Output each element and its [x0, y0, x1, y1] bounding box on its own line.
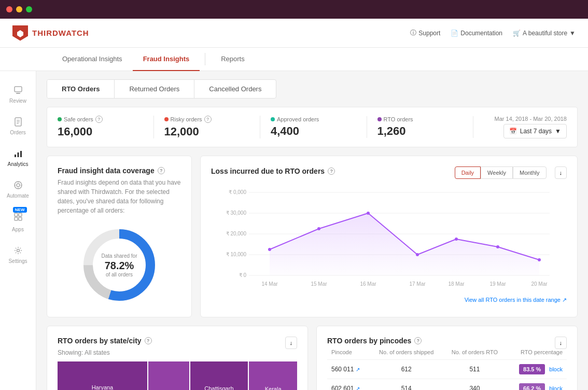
bar-kerala: Kerala 54	[249, 361, 297, 390]
chart-btn-weekly[interactable]: Weekly	[481, 166, 513, 179]
svg-text:15 Mar: 15 Mar	[311, 281, 327, 287]
sidebar-label-analytics: Analytics	[7, 161, 28, 167]
svg-rect-7	[15, 155, 16, 157]
col-rto: No. of orders RTO	[443, 349, 507, 360]
maximize-dot[interactable]	[26, 6, 32, 12]
rto-orders-dot	[377, 117, 382, 121]
subtab-rto-orders[interactable]: RTO Orders	[47, 80, 115, 98]
chart-footer: View all RTO orders in this date range ↗	[211, 297, 567, 303]
sidebar-label-orders: Orders	[10, 130, 26, 135]
minimize-dot[interactable]	[16, 6, 22, 12]
subtab-cancelled-orders[interactable]: Cancelled Orders	[194, 80, 276, 98]
block-link-2[interactable]: block	[549, 385, 563, 390]
nav-reports[interactable]: Reports	[211, 48, 255, 71]
risky-orders-label: Risky orders	[171, 116, 202, 122]
chart-btn-daily[interactable]: Daily	[455, 166, 481, 179]
shipped-cell-2: 514	[370, 379, 443, 391]
fraud-coverage-info-icon[interactable]: ?	[158, 167, 165, 174]
svg-rect-1	[15, 87, 22, 92]
subtab-returned-orders[interactable]: Returned Orders	[115, 80, 194, 98]
sidebar-item-review[interactable]: Review	[0, 79, 36, 109]
fraud-coverage-card: Fraud insight data coverage ? Fraud insi…	[47, 156, 192, 317]
pincode-download-btn[interactable]: ↓	[555, 337, 567, 349]
svg-point-43	[317, 227, 320, 230]
nav-operational-insights[interactable]: Operational Insights	[52, 48, 133, 71]
top-navbar: THIRDWATCH ⓘ Support 📄 Documentation 🛒 A…	[0, 19, 588, 48]
safe-orders-value: 16,000	[58, 125, 143, 138]
stats-row: Safe orders ? 16,000 Risky orders ? 12,0…	[47, 107, 578, 147]
svg-point-48	[538, 258, 541, 261]
sidebar-item-apps[interactable]: NEW Apps	[0, 206, 36, 238]
date-range-select[interactable]: 📅 Last 7 days ▼	[503, 124, 567, 138]
sidebar-item-analytics[interactable]: Analytics	[0, 143, 36, 172]
safe-orders-info-icon[interactable]: ?	[95, 116, 103, 123]
svg-point-11	[17, 184, 20, 187]
close-dot[interactable]	[6, 6, 12, 12]
fraud-coverage-title: Fraud insight data coverage	[58, 166, 155, 175]
svg-text:16 Mar: 16 Mar	[360, 281, 376, 287]
approved-orders-value: 4,400	[271, 124, 356, 138]
risky-orders-info-icon[interactable]: ?	[204, 116, 212, 123]
safe-orders-label: Safe orders	[64, 116, 93, 122]
svg-rect-18	[15, 217, 18, 220]
date-range-picker: Mar 14, 2018 - Mar 20, 2018 📅 Last 7 day…	[473, 116, 567, 138]
nav-divider	[205, 53, 205, 65]
stat-approved-orders: Approved orders 4,400	[260, 116, 367, 138]
sidebar: Review Orders	[0, 71, 36, 390]
svg-rect-2	[16, 93, 20, 94]
pincode-info-icon[interactable]: ?	[414, 337, 422, 344]
chart-download-btn[interactable]: ↓	[555, 166, 567, 179]
donut-center: Data shared for 78.2% of all orders	[102, 253, 137, 277]
risky-orders-value: 12,000	[164, 125, 250, 138]
svg-text:20 Mar: 20 Mar	[531, 281, 548, 287]
block-link-1[interactable]: block	[549, 366, 563, 372]
store-icon: 🛒	[513, 30, 521, 37]
state-showing-label: Showing: All states	[58, 349, 297, 356]
state-info-icon[interactable]: ?	[145, 337, 152, 344]
pincode-cell-1: 560 011 ↗	[327, 360, 370, 379]
sidebar-item-automate[interactable]: Automate	[0, 174, 36, 204]
support-icon: ⓘ	[410, 29, 416, 37]
logo-icon	[12, 25, 28, 41]
main-navbar: Operational Insights Fraud Insights Repo…	[0, 48, 588, 71]
sidebar-label-apps: Apps	[12, 227, 24, 232]
rto-chart-info-icon[interactable]: ?	[328, 168, 335, 175]
support-link[interactable]: ⓘ Support	[410, 29, 440, 37]
store-link[interactable]: 🛒 A beautiful store ▼	[513, 30, 576, 37]
main-content: RTO Orders Returned Orders Cancelled Ord…	[36, 71, 588, 390]
pincode-cell-2: 602 601 ↗	[327, 379, 370, 391]
svg-point-10	[15, 182, 22, 189]
view-all-rto-link[interactable]: View all RTO orders in this date range	[465, 297, 561, 303]
pincode-card-title: RTO orders by pincodes	[327, 337, 411, 345]
state-bar-grid: Haryana 190 Chattisgarh 92 Kerala 54	[58, 361, 297, 390]
donut-value: 78.2%	[102, 260, 137, 272]
bar-haryana: Haryana 190	[58, 361, 147, 390]
rto-pct-cell-1: 83.5 % block	[507, 360, 567, 379]
pincode-link-icon-1[interactable]: ↗	[356, 367, 360, 372]
calendar-icon: 📅	[509, 128, 517, 135]
bar-label-kerala: Kerala	[265, 386, 282, 390]
rto-pill-2: 66.2 %	[519, 383, 545, 390]
nav-fraud-insights[interactable]: Fraud Insights	[133, 48, 200, 71]
doc-icon: 📄	[451, 30, 458, 37]
svg-rect-17	[19, 213, 22, 216]
fraud-coverage-description: Fraud insights depend on data that you h…	[58, 178, 181, 215]
svg-rect-8	[17, 152, 19, 157]
sidebar-item-orders[interactable]: Orders	[0, 111, 36, 141]
svg-text:₹ 10,000: ₹ 10,000	[226, 252, 247, 257]
stat-rto-orders: RTO orders 1,260	[367, 116, 474, 138]
state-card-title: RTO orders by state/city	[58, 337, 142, 345]
shipped-cell-1: 612	[370, 360, 443, 379]
bar-chattisgarh: Chattisgarh 92	[190, 361, 248, 390]
rto-pct-cell-2: 66.2 % block	[507, 379, 567, 391]
orders-icon	[12, 116, 24, 128]
documentation-link[interactable]: 📄 Documentation	[451, 30, 502, 37]
chart-btn-monthly[interactable]: Monthly	[513, 166, 547, 179]
approved-orders-label: Approved orders	[277, 116, 319, 122]
chart-controls: Daily Weekly Monthly	[455, 166, 547, 179]
state-download-btn[interactable]: ↓	[285, 337, 298, 349]
sidebar-label-automate: Automate	[7, 193, 29, 199]
sidebar-item-settings[interactable]: Settings	[0, 240, 36, 269]
table-row: 560 011 ↗ 612 511 83.5 % block	[327, 360, 567, 379]
pincode-link-icon-2[interactable]: ↗	[356, 386, 360, 390]
